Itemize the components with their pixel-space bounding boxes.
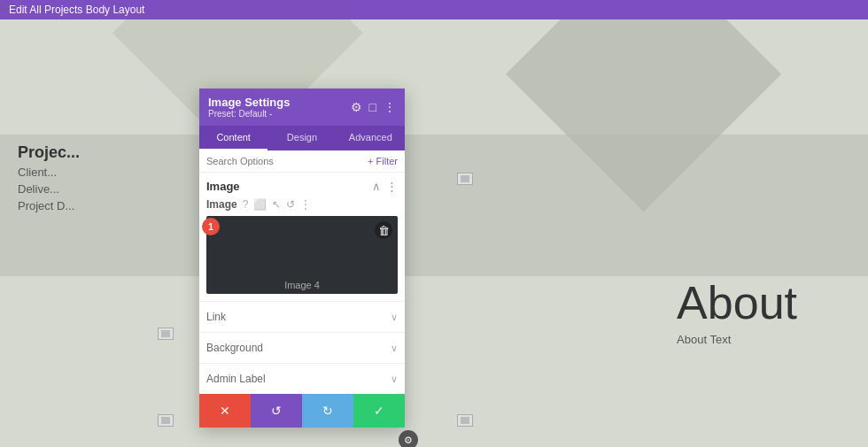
help-icon[interactable]: ? [243, 198, 249, 211]
collapse-icon[interactable]: ∧ [372, 180, 381, 193]
image-section-icons: ∧ ⋮ [372, 180, 398, 193]
project-desc: Project D... [18, 199, 177, 212]
image-sub-label: Image [206, 198, 237, 211]
link-arrow: ∨ [391, 312, 398, 323]
admin-label-arrow: ∨ [391, 374, 398, 385]
settings-icon[interactable]: ⚙ [351, 100, 362, 114]
project-client: Client... [18, 166, 177, 179]
cursor-icon[interactable]: ↖ [272, 198, 281, 211]
top-bar-label: Edit All Projects Body Layout [9, 4, 144, 16]
canvas: Projec... Client... Delive... Project D.… [0, 19, 868, 447]
admin-label-label: Admin Label [206, 373, 266, 385]
top-bar: Edit All Projects Body Layout [0, 0, 868, 19]
redo-button[interactable]: ↻ [302, 394, 353, 428]
background-label: Background [206, 342, 263, 354]
project-title: Projec... [18, 143, 177, 162]
image-settings-modal: Image Settings Preset: Default - ⚙ □ ⋮ C… [199, 89, 405, 428]
sub-more-icon[interactable]: ⋮ [300, 198, 311, 211]
cancel-button[interactable]: ✕ [199, 394, 251, 428]
search-input[interactable] [206, 156, 368, 166]
image-preview: 🗑 Image 4 [206, 216, 398, 294]
image-section-header: Image ∧ ⋮ [199, 173, 405, 197]
upload-icon[interactable]: ⬜ [253, 198, 267, 211]
about-text: About Text [677, 333, 797, 346]
canvas-image-placeholder-2 [158, 328, 174, 340]
project-deliver: Delive... [18, 182, 177, 196]
link-label: Link [206, 311, 226, 323]
save-button[interactable]: ✓ [353, 394, 405, 428]
right-content: About About Text [677, 276, 797, 346]
modal-search-bar: + Filter [199, 150, 405, 173]
link-accordion[interactable]: Link ∨ [199, 301, 405, 332]
modal-preset: Preset: Default - [208, 109, 290, 119]
background-arrow: ∨ [391, 343, 398, 354]
square-icon[interactable]: □ [369, 100, 376, 114]
modal-title: Image Settings [208, 96, 290, 109]
filter-button[interactable]: + Filter [368, 156, 398, 166]
undo-button[interactable]: ↺ [251, 394, 302, 428]
tab-content[interactable]: Content [199, 126, 267, 150]
background-accordion[interactable]: Background ∨ [199, 332, 405, 363]
admin-label-accordion[interactable]: Admin Label ∨ [199, 363, 405, 394]
settings-gear-dot[interactable]: ⚙ [399, 430, 418, 447]
image-name-label: Image 4 [284, 276, 320, 294]
about-title: About [677, 276, 797, 329]
image-section-title: Image [206, 180, 240, 193]
gear-icon: ⚙ [404, 435, 413, 446]
more-icon[interactable]: ⋮ [384, 100, 396, 114]
delete-image-icon[interactable]: 🗑 [375, 221, 392, 239]
modal-tabs: Content Design Advanced [199, 126, 405, 150]
tab-advanced[interactable]: Advanced [337, 126, 405, 150]
modal-title-area: Image Settings Preset: Default - [208, 96, 290, 119]
canvas-image-placeholder-1 [457, 173, 473, 185]
more-options-icon[interactable]: ⋮ [386, 180, 398, 193]
left-content: Projec... Client... Delive... Project D.… [0, 135, 195, 221]
modal-actions: ✕ ↺ ↻ ✓ [199, 394, 405, 428]
canvas-image-placeholder-4 [457, 414, 473, 427]
modal-header-icons: ⚙ □ ⋮ [351, 100, 396, 114]
notification-badge: 1 [202, 218, 220, 235]
canvas-image-placeholder-3 [158, 414, 174, 427]
reset-icon[interactable]: ↺ [286, 198, 295, 211]
modal-header: Image Settings Preset: Default - ⚙ □ ⋮ [199, 89, 405, 126]
tab-design[interactable]: Design [267, 126, 336, 150]
image-sub-header: Image ? ⬜ ↖ ↺ ⋮ [199, 197, 405, 216]
